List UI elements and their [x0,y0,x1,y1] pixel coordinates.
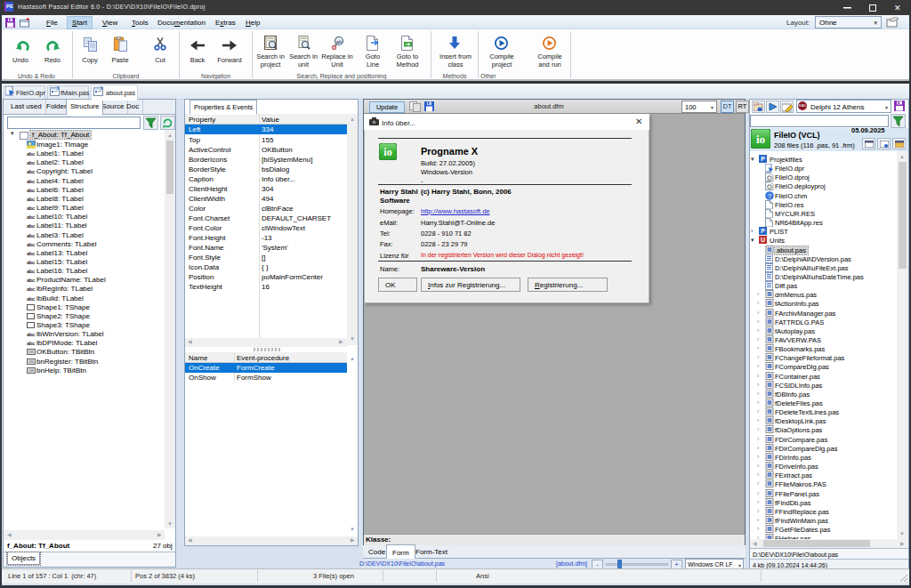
svg-text:io: io [383,146,391,158]
svg-text:?: ? [768,192,772,200]
svg-text:io: io [756,133,765,146]
svg-text:ab: ab [336,39,343,44]
